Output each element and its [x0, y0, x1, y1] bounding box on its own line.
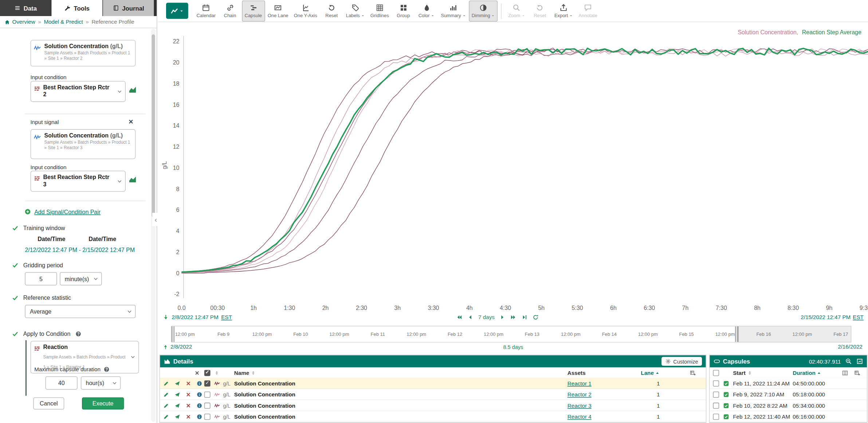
- sort-icon[interactable]: [214, 370, 219, 375]
- assets-column-header[interactable]: Assets: [567, 370, 586, 376]
- toolbar-button-calendar[interactable]: Calendar: [194, 0, 219, 22]
- signal-name[interactable]: Solution Concentration: [234, 391, 295, 397]
- step-to-now-button[interactable]: [522, 314, 528, 321]
- display-range-end[interactable]: 2/15/2022 12:47 PM: [801, 314, 851, 321]
- toolbar-button-one-y-axis[interactable]: One Y-Axis: [291, 0, 320, 22]
- maximum-duration-unit-select[interactable]: hour(s): [81, 376, 121, 389]
- select-all-capsules-checkbox[interactable]: [713, 370, 719, 376]
- toolbar-button-summary[interactable]: Summary: [438, 0, 469, 22]
- columns-icon[interactable]: [842, 370, 848, 376]
- info-icon[interactable]: [197, 380, 203, 386]
- asset-link[interactable]: Reactor 2: [567, 391, 592, 397]
- edit-icon[interactable]: [163, 414, 169, 419]
- details-row-reactor-3[interactable]: g/LSolution ConcentrationReactor 31: [160, 400, 706, 411]
- training-start[interactable]: 2/12/2022 12:47 PM: [25, 247, 77, 253]
- input-signal-card-2[interactable]: Solution Concentration (g/L) Sample Asse…: [31, 129, 136, 159]
- gridding-period-input[interactable]: 5: [25, 272, 57, 285]
- add-column-icon[interactable]: [690, 370, 696, 376]
- toolbar-button-chain[interactable]: Chain: [219, 0, 242, 22]
- trend-chart[interactable]: Solution Concentration, Reaction Step Av…: [158, 22, 868, 316]
- info-icon[interactable]: [197, 391, 203, 397]
- chart-canvas[interactable]: 2220181614121086420-2g/L0.000:301h1:302h…: [158, 22, 868, 316]
- gridding-unit-select[interactable]: minute(s): [60, 272, 102, 285]
- add-signal-condition-pair-link[interactable]: Add Signal/Condition Pair: [24, 208, 101, 215]
- timebar-start-group[interactable]: 2/8/2022: [163, 344, 192, 350]
- edit-icon[interactable]: [163, 391, 169, 397]
- add-column-icon[interactable]: [854, 370, 860, 376]
- range-handle-left[interactable]: [172, 326, 174, 342]
- toolbar-button-export[interactable]: Export: [551, 0, 576, 22]
- remove-icon[interactable]: [185, 380, 191, 386]
- capsule-row[interactable]: Feb 9, 2022 7:10 AM05:18:00.000: [710, 389, 867, 400]
- capsule-row[interactable]: Feb 11, 2022 11:24 AM04:50:00.000: [710, 378, 867, 389]
- input-signal-card-1[interactable]: Solution Concentration (g/L) Sample Asse…: [31, 40, 136, 66]
- zoom-to-capsule-icon[interactable]: [845, 358, 852, 365]
- legend-reaction-step-average[interactable]: Reaction Step Average: [802, 29, 861, 35]
- tab-journal[interactable]: Journal: [103, 0, 154, 16]
- timezone-link[interactable]: EST: [853, 314, 864, 321]
- send-to-trend-icon[interactable]: [174, 403, 180, 408]
- legend-solution-concentration[interactable]: Solution Concentration,: [738, 29, 798, 35]
- training-window-range[interactable]: 2/12/2022 12:47 PM - 2/15/2022 12:47 PM: [25, 247, 135, 253]
- condition-chart-button-2[interactable]: [129, 175, 137, 183]
- send-to-trend-icon[interactable]: [174, 414, 180, 419]
- details-row-reactor-4[interactable]: g/LSolution ConcentrationReactor 41: [160, 411, 706, 422]
- remove-icon[interactable]: [185, 414, 191, 419]
- row-checkbox[interactable]: [204, 380, 211, 387]
- tab-data[interactable]: Data: [0, 0, 51, 16]
- edit-icon[interactable]: [163, 380, 169, 386]
- capsule-preview-icon[interactable]: [856, 358, 863, 365]
- step-forward-half-button[interactable]: [500, 314, 506, 321]
- remove-all-icon[interactable]: [194, 370, 200, 375]
- signal-name[interactable]: Solution Concentration: [234, 380, 295, 387]
- toolbar-button-capsule[interactable]: Capsule: [241, 0, 265, 22]
- timezone-link[interactable]: EST: [221, 314, 232, 321]
- remove-pair-button[interactable]: [128, 119, 134, 125]
- capsule-checkbox[interactable]: [713, 391, 719, 397]
- asset-link[interactable]: Reactor 1: [567, 380, 592, 387]
- capsule-row[interactable]: Feb 10, 2022 8:22 AM05:34:00.000: [710, 400, 867, 411]
- toolbar-button-dimming[interactable]: Dimming: [469, 0, 498, 22]
- send-to-trend-icon[interactable]: [174, 391, 180, 397]
- tab-tools[interactable]: Tools: [51, 0, 103, 16]
- remove-icon[interactable]: [185, 391, 191, 397]
- condition-select-2[interactable]: Best Reaction Step Rctr 3: [31, 171, 126, 192]
- execute-button[interactable]: Execute: [82, 397, 124, 410]
- lane-column-header[interactable]: Lane: [632, 370, 660, 376]
- training-end[interactable]: 2/15/2022 12:47 PM: [82, 247, 135, 253]
- row-checkbox[interactable]: [204, 414, 211, 420]
- toolbar-button-gridlines[interactable]: Gridlines: [368, 0, 392, 22]
- timebar-start-label[interactable]: 2/8/2022: [170, 344, 192, 350]
- range-handle-right[interactable]: [735, 326, 738, 342]
- capsule-checkbox[interactable]: [713, 380, 719, 387]
- step-size-label[interactable]: 7 days: [478, 314, 495, 321]
- capsule-row[interactable]: Feb 12, 2022 11:40 AM06:16:00.000: [710, 411, 867, 422]
- cancel-button[interactable]: Cancel: [33, 397, 64, 410]
- panel-collapse-handle[interactable]: ‹: [152, 213, 160, 226]
- capsule-checkbox[interactable]: [713, 414, 719, 420]
- axis-download-icon[interactable]: [163, 314, 169, 321]
- step-back-half-button[interactable]: [467, 314, 474, 321]
- row-checkbox[interactable]: [204, 402, 211, 408]
- timebar-start-icon[interactable]: [163, 344, 168, 349]
- info-icon[interactable]: [197, 403, 203, 408]
- toolbar-button-group[interactable]: Group: [392, 0, 415, 22]
- help-icon[interactable]: [103, 366, 109, 373]
- signal-name[interactable]: Solution Concentration: [234, 402, 295, 408]
- start-column-header[interactable]: Start: [733, 370, 752, 376]
- reference-statistic-select[interactable]: Average: [25, 305, 135, 318]
- condition-select-1[interactable]: Best Reaction Step Rctr 2: [31, 81, 126, 102]
- display-range-start[interactable]: 2/8/2022 12:47 PM: [172, 314, 218, 321]
- remove-icon[interactable]: [185, 403, 191, 408]
- toolbar-button-one-lane[interactable]: One Lane: [265, 0, 291, 22]
- breadcrumb-model-predict[interactable]: Model & Predict: [44, 19, 83, 25]
- step-back-full-button[interactable]: [456, 314, 462, 321]
- row-checkbox[interactable]: [204, 391, 211, 397]
- toolbar-button-reset[interactable]: Reset: [320, 0, 343, 22]
- breadcrumb-overview[interactable]: Overview: [4, 19, 35, 25]
- toolbar-button-color[interactable]: Color: [415, 0, 438, 22]
- name-column-header[interactable]: Name: [234, 370, 256, 376]
- auto-update-button[interactable]: [533, 314, 539, 321]
- worksheet-view-selector[interactable]: [166, 3, 188, 19]
- select-all-checkbox[interactable]: [204, 370, 211, 376]
